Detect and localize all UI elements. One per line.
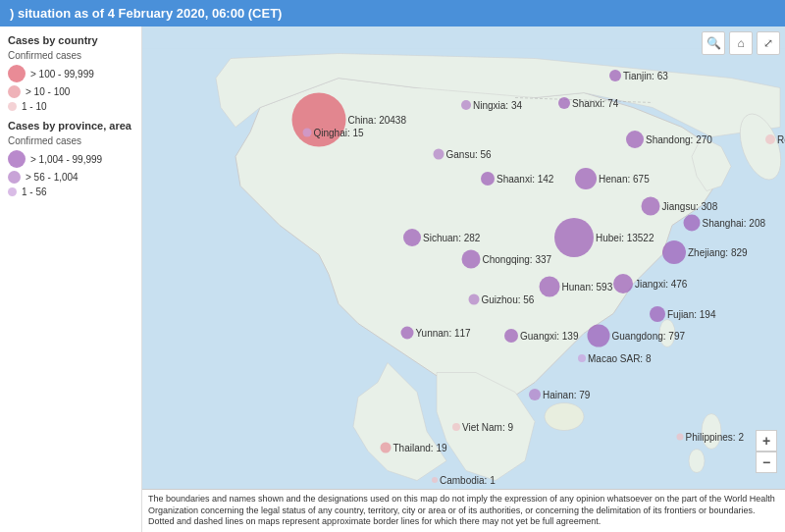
map-bubble-yunnan[interactable] (401, 327, 414, 340)
map-bubble-shaanxi[interactable] (481, 172, 495, 186)
map-bubble-shanxi[interactable] (558, 97, 570, 109)
map-bubble-republic_of_korea[interactable] (765, 134, 775, 144)
legend-label: > 10 - 100 (26, 86, 70, 97)
main-content: Cases by country Confirmed cases > 100 -… (0, 27, 785, 532)
map-bubble-tianjin[interactable] (609, 70, 621, 81)
province-legend-item: 1 - 56 (8, 186, 133, 197)
legend-label: > 56 - 1,004 (26, 172, 78, 183)
legend-circle (8, 171, 21, 184)
country-legend-item: > 10 - 100 (8, 85, 133, 98)
legend-label: 1 - 56 (22, 186, 47, 197)
country-legend-item: > 100 - 99,999 (8, 65, 133, 82)
legend-circle (8, 65, 26, 82)
province-section-title: Cases by province, area (8, 120, 133, 132)
country-section-title: Cases by country (8, 34, 133, 46)
province-legend-item: > 56 - 1,004 (8, 171, 133, 184)
legend-circle (8, 102, 17, 111)
map-label-chongqing: Chongqing: 337 (483, 254, 552, 265)
province-subtitle: Confirmed cases (8, 135, 133, 146)
map-label-guangdong: Guangdong: 797 (612, 331, 686, 342)
province-legend-item: > 1,004 - 99,999 (8, 150, 133, 168)
map-label-jiangxi: Jiangxi: 476 (635, 279, 687, 290)
legend-label: > 100 - 99,999 (30, 69, 94, 80)
header-bar: ) situation as of 4 February 2020, 06:00… (0, 0, 785, 27)
map-bubble-shandong[interactable] (626, 131, 644, 148)
map-bubble-macao_sar[interactable] (578, 354, 586, 362)
map-label-shandong: Shandong: 270 (646, 134, 712, 145)
map-bubble-china[interactable] (292, 93, 346, 147)
map-label-hubei: Hubei: 13522 (596, 233, 654, 243)
map-bubble-guangdong[interactable] (588, 325, 610, 347)
map-bubble-guizhou[interactable] (469, 294, 480, 305)
province-legend: > 1,004 - 99,999> 56 - 1,0041 - 56 (8, 150, 133, 197)
map-bubble-fujian[interactable] (650, 306, 665, 322)
map-label-china: China: 20438 (348, 115, 407, 126)
svg-point-9 (545, 403, 584, 431)
legend-circle (8, 85, 21, 98)
map-label-sichuan: Sichuan: 282 (423, 233, 480, 243)
sidebar: Cases by country Confirmed cases > 100 -… (0, 27, 142, 532)
search-button[interactable]: 🔍 (702, 31, 725, 55)
legend-label: 1 - 10 (22, 101, 47, 112)
map-label-yunnan: Yunnan: 117 (416, 328, 471, 339)
map-area[interactable]: China: 20438Japan: 20Republic of Korea: … (142, 27, 785, 532)
map-label-shanghai: Shanghai: 208 (703, 218, 766, 229)
map-label-ningxia: Ningxia: 34 (473, 100, 522, 111)
map-toolbar: 🔍 ⌂ ⤢ (702, 31, 780, 55)
app-container: ) situation as of 4 February 2020, 06:00… (0, 0, 785, 532)
map-bubble-chongqing[interactable] (462, 250, 481, 269)
legend-label: > 1,004 - 99,999 (30, 154, 102, 165)
map-label-macao_sar: Macao SAR: 8 (588, 353, 651, 364)
country-subtitle: Confirmed cases (8, 50, 133, 61)
map-label-philippines: Philippines: 2 (686, 432, 744, 443)
map-bubble-hunan[interactable] (540, 277, 560, 297)
map-label-henan: Henan: 675 (599, 174, 650, 185)
map-label-jiangsu: Jiangsu: 308 (662, 201, 718, 212)
map-bubble-jiangxi[interactable] (613, 274, 633, 293)
map-bubble-ningxia[interactable] (461, 100, 471, 110)
map-label-gansu: Gansu: 56 (446, 149, 492, 160)
zoom-out-button[interactable]: − (756, 452, 777, 473)
map-bubble-hubei[interactable] (554, 218, 594, 257)
map-bubble-guangxi[interactable] (504, 329, 518, 343)
map-bubble-viet_nam[interactable] (452, 423, 460, 431)
map-label-viet_nam: Viet Nam: 9 (462, 422, 513, 433)
map-label-cambodia: Cambodia: 1 (440, 475, 496, 486)
svg-point-8 (689, 450, 705, 473)
map-bubble-shanghai[interactable] (684, 215, 701, 232)
map-bubble-cambodia[interactable] (432, 477, 438, 483)
map-label-shanxi: Shanxi: 74 (572, 98, 618, 109)
map-bubble-hainan[interactable] (529, 389, 541, 400)
country-legend: > 100 - 99,999> 10 - 1001 - 10 (8, 65, 133, 112)
map-label-guizhou: Guizhou: 56 (482, 294, 535, 305)
map-label-thailand: Thailand: 19 (393, 443, 447, 453)
home-button[interactable]: ⌂ (729, 31, 753, 55)
map-label-fujian: Fujian: 194 (667, 309, 715, 320)
map-bubble-gansu[interactable] (434, 149, 445, 160)
disclaimer-text: The boundaries and names shown and the d… (142, 489, 785, 532)
map-label-hunan: Hunan: 593 (562, 282, 613, 293)
country-legend-item: 1 - 10 (8, 101, 133, 112)
legend-circle (8, 187, 17, 196)
map-label-republic_of_korea: Republic of Korea: 16 (777, 134, 785, 145)
header-title: ) situation as of 4 February 2020, 06:00… (10, 6, 282, 21)
map-label-shaanxi: Shaanxi: 142 (497, 174, 553, 185)
map-label-qinghai: Qinghai: 15 (314, 128, 364, 138)
map-label-tianjin: Tianjin: 63 (623, 71, 668, 81)
map-label-hainan: Hainan: 79 (543, 390, 590, 400)
map-label-guangxi: Guangxi: 139 (520, 331, 579, 342)
legend-circle (8, 150, 26, 168)
map-bubble-thailand[interactable] (381, 443, 392, 453)
map-bubble-qinghai[interactable] (303, 129, 312, 137)
zoom-controls: + − (756, 430, 777, 473)
zoom-in-button[interactable]: + (756, 430, 777, 452)
map-bubble-philippines[interactable] (677, 434, 684, 441)
map-label-zhejiang: Zhejiang: 829 (688, 247, 748, 258)
map-bubble-zhejiang[interactable] (662, 240, 686, 264)
map-bubble-jiangsu[interactable] (642, 197, 660, 216)
map-bubble-sichuan[interactable] (403, 229, 421, 246)
map-bubble-henan[interactable] (575, 168, 597, 189)
fullscreen-button[interactable]: ⤢ (757, 31, 780, 55)
